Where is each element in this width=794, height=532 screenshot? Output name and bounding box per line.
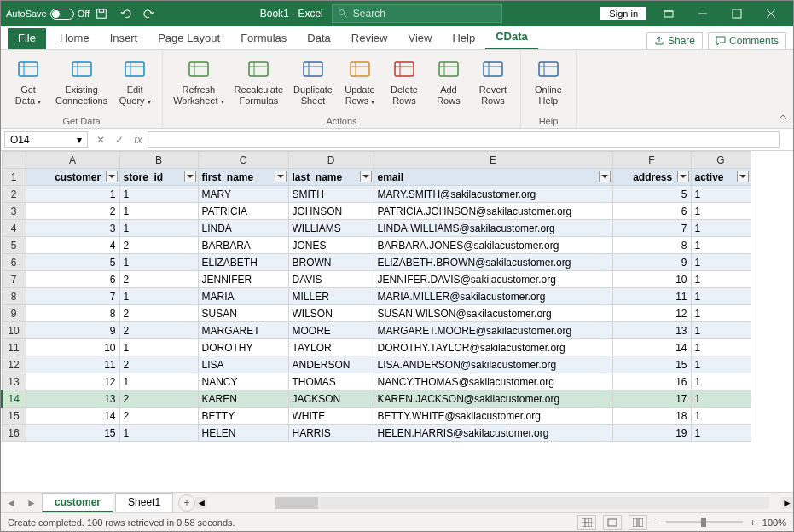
cell[interactable]: 1 <box>119 339 198 356</box>
cell[interactable]: DOROTHY.TAYLOR@sakilacustomer.org <box>374 339 612 356</box>
redo-icon[interactable] <box>139 3 159 24</box>
cell[interactable]: BARBARA.JONES@sakilacustomer.org <box>374 237 612 254</box>
column-header[interactable]: G <box>691 152 751 169</box>
cell[interactable]: WILLIAMS <box>288 220 374 237</box>
cell[interactable]: PATRICIA <box>198 203 288 220</box>
enter-formula-icon[interactable]: ✓ <box>110 131 129 148</box>
share-button[interactable]: Share <box>646 32 703 49</box>
cell[interactable]: 8 <box>26 305 119 322</box>
tab-help[interactable]: Help <box>442 28 485 49</box>
cell[interactable]: NANCY.THOMAS@sakilacustomer.org <box>374 373 612 390</box>
cell[interactable]: 1 <box>691 305 751 322</box>
filter-header[interactable]: address_id <box>612 169 691 186</box>
row-header[interactable]: 15 <box>2 408 26 425</box>
cell[interactable]: 1 <box>691 254 751 271</box>
sign-in-button[interactable]: Sign in <box>600 7 646 20</box>
cell[interactable]: 2 <box>119 305 198 322</box>
cell[interactable]: 1 <box>691 339 751 356</box>
cell[interactable]: 6 <box>612 203 691 220</box>
hscroll-left-icon[interactable]: ◄ <box>195 497 207 509</box>
cell[interactable]: 1 <box>119 288 198 305</box>
cell[interactable]: DAVIS <box>288 271 374 288</box>
cell[interactable]: 1 <box>691 186 751 203</box>
row-header[interactable]: 4 <box>2 220 26 237</box>
page-break-view-icon[interactable] <box>629 515 647 530</box>
cell[interactable]: BROWN <box>288 254 374 271</box>
close-icon[interactable] <box>754 1 788 26</box>
cell[interactable]: 1 <box>119 425 198 442</box>
cell[interactable]: 1 <box>26 186 119 203</box>
zoom-out-button[interactable]: − <box>654 518 659 528</box>
filter-dropdown-icon[interactable] <box>360 171 372 182</box>
cell[interactable]: SMITH <box>288 186 374 203</box>
cell[interactable]: 6 <box>26 271 119 288</box>
cell[interactable]: JACKSON <box>288 390 374 408</box>
add-sheet-button[interactable]: + <box>178 494 195 512</box>
cell[interactable]: 7 <box>26 288 119 305</box>
tab-data[interactable]: Data <box>297 28 340 49</box>
tab-formulas[interactable]: Formulas <box>230 28 297 49</box>
cell[interactable]: 1 <box>691 373 751 390</box>
delete-rows-button[interactable]: DeleteRows <box>384 54 425 114</box>
cell[interactable]: 1 <box>691 220 751 237</box>
cell[interactable]: KAREN <box>198 390 288 408</box>
cancel-formula-icon[interactable]: ✕ <box>91 131 110 148</box>
cell[interactable]: 1 <box>691 425 751 442</box>
cell[interactable]: 2 <box>119 237 198 254</box>
row-header[interactable]: 13 <box>2 373 26 390</box>
save-icon[interactable] <box>91 3 112 24</box>
tab-view[interactable]: View <box>397 28 442 49</box>
hscroll-right-icon[interactable]: ► <box>781 497 793 509</box>
cell[interactable]: 4 <box>26 237 119 254</box>
collapse-ribbon-icon[interactable] <box>778 112 788 124</box>
cell[interactable]: JOHNSON <box>288 203 374 220</box>
comments-button[interactable]: Comments <box>708 32 786 49</box>
undo-icon[interactable] <box>115 3 136 24</box>
cell[interactable]: 1 <box>119 220 198 237</box>
cell[interactable]: LISA.ANDERSON@sakilacustomer.org <box>374 356 612 373</box>
row-header[interactable]: 5 <box>2 237 26 254</box>
row-header[interactable]: 12 <box>2 356 26 373</box>
cell[interactable]: ANDERSON <box>288 356 374 373</box>
filter-header[interactable]: first_name <box>198 169 288 186</box>
cell[interactable]: JENNIFER <box>198 271 288 288</box>
cell[interactable]: ELIZABETH.BROWN@sakilacustomer.org <box>374 254 612 271</box>
cell[interactable]: 2 <box>119 390 198 408</box>
tab-home[interactable]: Home <box>49 28 100 49</box>
row-header[interactable]: 8 <box>2 288 26 305</box>
cell[interactable]: HELEN <box>198 425 288 442</box>
add-rows-button[interactable]: AddRows <box>428 54 469 114</box>
cell[interactable]: SUSAN <box>198 305 288 322</box>
revert-rows-button[interactable]: RevertRows <box>472 54 513 114</box>
column-header[interactable]: C <box>198 152 288 169</box>
cell[interactable]: WHITE <box>288 408 374 425</box>
refresh-worksheet-button[interactable]: RefreshWorksheet ▾ <box>170 54 227 114</box>
cell[interactable]: PATRICIA.JOHNSON@sakilacustomer.org <box>374 203 612 220</box>
cell[interactable]: 1 <box>691 356 751 373</box>
row-header[interactable]: 2 <box>2 186 26 203</box>
cell[interactable]: 10 <box>26 339 119 356</box>
formula-input[interactable] <box>148 131 780 148</box>
cell[interactable]: MARIA <box>198 288 288 305</box>
update-rows-button[interactable]: UpdateRows ▾ <box>339 54 380 114</box>
row-header[interactable]: 16 <box>2 425 26 442</box>
column-header[interactable]: F <box>612 152 691 169</box>
column-header[interactable]: B <box>119 152 198 169</box>
cell[interactable]: MARIA.MILLER@sakilacustomer.org <box>374 288 612 305</box>
cell[interactable]: 1 <box>119 254 198 271</box>
cell[interactable]: BETTY.WHITE@sakilacustomer.org <box>374 408 612 425</box>
column-header[interactable]: D <box>288 152 374 169</box>
cell[interactable]: 2 <box>119 322 198 339</box>
fx-icon[interactable]: fx <box>129 131 148 148</box>
cell[interactable]: THOMAS <box>288 373 374 390</box>
cell[interactable]: 2 <box>119 356 198 373</box>
cell[interactable]: ELIZABETH <box>198 254 288 271</box>
cell[interactable]: 1 <box>119 186 198 203</box>
filter-dropdown-icon[interactable] <box>599 171 611 182</box>
cell[interactable]: 12 <box>26 373 119 390</box>
cell[interactable]: LINDA.WILLIAMS@sakilacustomer.org <box>374 220 612 237</box>
cell[interactable]: 13 <box>612 322 691 339</box>
filter-header[interactable]: email <box>374 169 612 186</box>
zoom-slider[interactable] <box>666 521 743 523</box>
cell[interactable]: 7 <box>612 220 691 237</box>
